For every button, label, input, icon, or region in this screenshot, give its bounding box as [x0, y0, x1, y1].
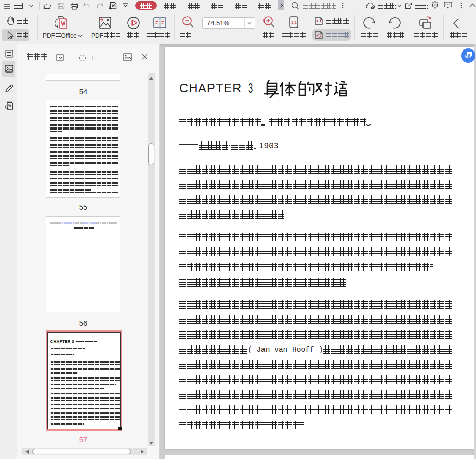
svg-text:1:1: 1:1	[291, 20, 297, 25]
